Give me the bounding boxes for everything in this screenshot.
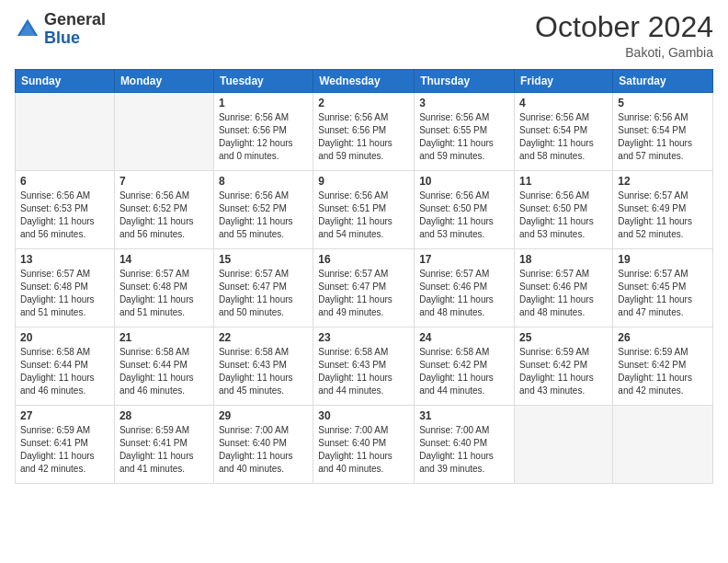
day-cell: 22Sunrise: 6:58 AMSunset: 6:43 PMDayligh…: [213, 327, 313, 406]
day-info: Sunrise: 6:56 AMSunset: 6:56 PMDaylight:…: [318, 111, 409, 163]
day-number: 16: [318, 253, 409, 266]
week-row-4: 20Sunrise: 6:58 AMSunset: 6:44 PMDayligh…: [16, 327, 713, 406]
day-cell: 25Sunrise: 6:59 AMSunset: 6:42 PMDayligh…: [515, 327, 613, 406]
day-number: 19: [618, 253, 708, 266]
day-number: 21: [119, 331, 209, 344]
day-info: Sunrise: 6:57 AMSunset: 6:48 PMDaylight:…: [20, 268, 109, 319]
day-number: 23: [318, 331, 409, 344]
calendar-header-row: SundayMondayTuesdayWednesdayThursdayFrid…: [16, 70, 713, 93]
header-monday: Monday: [114, 70, 213, 93]
day-info: Sunrise: 6:58 AMSunset: 6:43 PMDaylight:…: [219, 346, 308, 397]
day-cell: 27Sunrise: 6:59 AMSunset: 6:41 PMDayligh…: [16, 406, 115, 484]
day-number: 12: [618, 175, 708, 188]
day-cell: 1Sunrise: 6:56 AMSunset: 6:56 PMDaylight…: [213, 93, 313, 171]
day-cell: 10Sunrise: 6:56 AMSunset: 6:50 PMDayligh…: [415, 171, 515, 249]
header-wednesday: Wednesday: [313, 70, 415, 93]
day-cell: 30Sunrise: 7:00 AMSunset: 6:40 PMDayligh…: [313, 406, 415, 484]
day-number: 30: [318, 409, 409, 422]
day-cell: 28Sunrise: 6:59 AMSunset: 6:41 PMDayligh…: [114, 406, 213, 484]
day-cell: 29Sunrise: 7:00 AMSunset: 6:40 PMDayligh…: [213, 406, 313, 484]
day-info: Sunrise: 6:58 AMSunset: 6:42 PMDaylight:…: [419, 346, 509, 397]
day-cell: 16Sunrise: 6:57 AMSunset: 6:47 PMDayligh…: [313, 249, 415, 327]
day-cell: [16, 93, 115, 171]
day-cell: 20Sunrise: 6:58 AMSunset: 6:44 PMDayligh…: [16, 327, 115, 406]
day-cell: 9Sunrise: 6:56 AMSunset: 6:51 PMDaylight…: [313, 171, 415, 249]
page: General Blue October 2024 Bakoti, Gambia…: [0, 0, 728, 563]
day-info: Sunrise: 6:57 AMSunset: 6:46 PMDaylight:…: [419, 268, 509, 319]
day-number: 1: [219, 97, 308, 109]
day-info: Sunrise: 6:59 AMSunset: 6:42 PMDaylight:…: [519, 346, 608, 397]
title-block: October 2024 Bakoti, Gambia: [535, 11, 713, 60]
day-cell: 11Sunrise: 6:56 AMSunset: 6:50 PMDayligh…: [515, 171, 613, 249]
day-cell: 5Sunrise: 6:56 AMSunset: 6:54 PMDaylight…: [613, 93, 713, 171]
logo-icon: [15, 17, 40, 42]
header: General Blue October 2024 Bakoti, Gambia: [15, 11, 713, 60]
day-number: 28: [119, 409, 209, 422]
day-number: 29: [219, 409, 308, 422]
day-cell: 31Sunrise: 7:00 AMSunset: 6:40 PMDayligh…: [415, 406, 515, 484]
day-cell: 6Sunrise: 6:56 AMSunset: 6:53 PMDaylight…: [16, 171, 115, 249]
day-number: 11: [519, 175, 608, 188]
header-thursday: Thursday: [415, 70, 515, 93]
header-saturday: Saturday: [613, 70, 713, 93]
day-cell: 8Sunrise: 6:56 AMSunset: 6:52 PMDaylight…: [213, 171, 313, 249]
day-info: Sunrise: 7:00 AMSunset: 6:40 PMDaylight:…: [318, 424, 409, 476]
day-number: 17: [419, 253, 509, 266]
day-cell: 3Sunrise: 6:56 AMSunset: 6:55 PMDaylight…: [415, 93, 515, 171]
logo: General Blue: [15, 11, 106, 48]
day-number: 18: [519, 253, 608, 266]
day-cell: 24Sunrise: 6:58 AMSunset: 6:42 PMDayligh…: [415, 327, 515, 406]
day-cell: [515, 406, 613, 484]
day-cell: 2Sunrise: 6:56 AMSunset: 6:56 PMDaylight…: [313, 93, 415, 171]
logo-general: General: [44, 10, 106, 29]
day-number: 5: [618, 97, 708, 109]
header-tuesday: Tuesday: [213, 70, 313, 93]
day-number: 10: [419, 175, 509, 188]
day-info: Sunrise: 6:59 AMSunset: 6:41 PMDaylight:…: [20, 424, 109, 476]
day-info: Sunrise: 6:56 AMSunset: 6:55 PMDaylight:…: [419, 111, 509, 163]
day-info: Sunrise: 6:58 AMSunset: 6:44 PMDaylight:…: [119, 346, 209, 397]
day-cell: 19Sunrise: 6:57 AMSunset: 6:45 PMDayligh…: [613, 249, 713, 327]
day-cell: 21Sunrise: 6:58 AMSunset: 6:44 PMDayligh…: [114, 327, 213, 406]
day-info: Sunrise: 6:57 AMSunset: 6:47 PMDaylight:…: [318, 268, 409, 319]
week-row-2: 6Sunrise: 6:56 AMSunset: 6:53 PMDaylight…: [16, 171, 713, 249]
day-number: 20: [20, 331, 109, 344]
day-number: 22: [219, 331, 308, 344]
day-info: Sunrise: 6:57 AMSunset: 6:46 PMDaylight:…: [519, 268, 608, 319]
day-number: 25: [519, 331, 608, 344]
day-info: Sunrise: 6:56 AMSunset: 6:52 PMDaylight:…: [119, 190, 209, 241]
day-info: Sunrise: 6:59 AMSunset: 6:42 PMDaylight:…: [618, 346, 708, 397]
week-row-3: 13Sunrise: 6:57 AMSunset: 6:48 PMDayligh…: [16, 249, 713, 327]
day-cell: 23Sunrise: 6:58 AMSunset: 6:43 PMDayligh…: [313, 327, 415, 406]
day-info: Sunrise: 6:58 AMSunset: 6:43 PMDaylight:…: [318, 346, 409, 397]
day-info: Sunrise: 6:59 AMSunset: 6:41 PMDaylight:…: [119, 424, 209, 476]
day-cell: 15Sunrise: 6:57 AMSunset: 6:47 PMDayligh…: [213, 249, 313, 327]
day-number: 2: [318, 97, 409, 109]
day-info: Sunrise: 6:57 AMSunset: 6:47 PMDaylight:…: [219, 268, 308, 319]
day-info: Sunrise: 6:56 AMSunset: 6:50 PMDaylight:…: [419, 190, 509, 241]
day-number: 24: [419, 331, 509, 344]
day-cell: 12Sunrise: 6:57 AMSunset: 6:49 PMDayligh…: [613, 171, 713, 249]
day-number: 15: [219, 253, 308, 266]
day-cell: 18Sunrise: 6:57 AMSunset: 6:46 PMDayligh…: [515, 249, 613, 327]
week-row-1: 1Sunrise: 6:56 AMSunset: 6:56 PMDaylight…: [16, 93, 713, 171]
day-number: 3: [419, 97, 509, 109]
calendar: SundayMondayTuesdayWednesdayThursdayFrid…: [15, 69, 713, 484]
day-number: 6: [20, 175, 109, 188]
day-info: Sunrise: 6:56 AMSunset: 6:53 PMDaylight:…: [20, 190, 109, 241]
day-info: Sunrise: 6:56 AMSunset: 6:54 PMDaylight:…: [519, 111, 608, 163]
day-number: 4: [519, 97, 608, 109]
week-row-5: 27Sunrise: 6:59 AMSunset: 6:41 PMDayligh…: [16, 406, 713, 484]
day-info: Sunrise: 6:56 AMSunset: 6:50 PMDaylight:…: [519, 190, 608, 241]
day-cell: 4Sunrise: 6:56 AMSunset: 6:54 PMDaylight…: [515, 93, 613, 171]
logo-text: General Blue: [44, 11, 106, 48]
day-number: 8: [219, 175, 308, 188]
day-cell: 13Sunrise: 6:57 AMSunset: 6:48 PMDayligh…: [16, 249, 115, 327]
day-info: Sunrise: 6:56 AMSunset: 6:54 PMDaylight:…: [618, 111, 708, 163]
logo-blue: Blue: [44, 29, 80, 47]
day-info: Sunrise: 6:57 AMSunset: 6:48 PMDaylight:…: [119, 268, 209, 319]
day-info: Sunrise: 7:00 AMSunset: 6:40 PMDaylight:…: [419, 424, 509, 476]
day-info: Sunrise: 6:57 AMSunset: 6:45 PMDaylight:…: [618, 268, 708, 319]
day-number: 7: [119, 175, 209, 188]
day-number: 27: [20, 409, 109, 422]
